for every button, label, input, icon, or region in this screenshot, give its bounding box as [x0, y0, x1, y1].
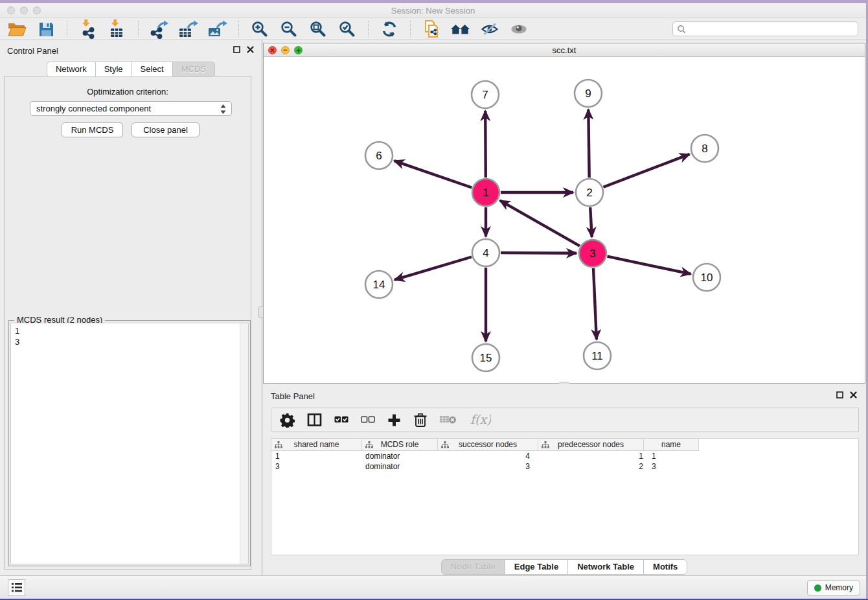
graph-node-3[interactable]: 3	[579, 240, 606, 267]
zoom-out-icon[interactable]	[279, 19, 299, 39]
result-scrollbar[interactable]	[240, 323, 248, 564]
split-table-icon[interactable]	[307, 411, 322, 429]
application-window: Session: New Session	[0, 3, 866, 599]
run-mcds-button[interactable]: Run MCDS	[62, 122, 123, 137]
graph-node-15[interactable]: 15	[472, 344, 499, 371]
edge-2-3[interactable]	[590, 207, 592, 237]
edge-1-6[interactable]	[394, 161, 472, 187]
deselect-all-rows-icon[interactable]	[361, 411, 375, 429]
zoom-in-icon[interactable]	[249, 19, 270, 39]
hide-selected-icon[interactable]	[479, 19, 500, 39]
memory-label: Memory	[825, 583, 853, 592]
table-row[interactable]: 3dominator323	[271, 461, 858, 472]
graph-node-11[interactable]: 11	[584, 342, 611, 369]
edge-2-8[interactable]	[604, 154, 690, 187]
zoom-selected-icon[interactable]	[337, 19, 358, 39]
column-header-successor-nodes[interactable]: successor nodes	[438, 439, 538, 451]
window-titlebar[interactable]: Session: New Session	[0, 3, 866, 18]
select-all-rows-icon[interactable]	[334, 411, 348, 429]
control-panel: Control Panel NetworkStyleSelectMCDS Opt…	[0, 40, 262, 575]
search-input[interactable]	[686, 23, 858, 35]
tab-node-table[interactable]: Node Table	[441, 559, 505, 575]
dropdown-stepper-icon	[220, 104, 227, 115]
tab-network-table[interactable]: Network Table	[567, 559, 644, 575]
delete-table-icon[interactable]	[440, 411, 457, 429]
mcds-result-textarea[interactable]: 13	[10, 323, 249, 564]
tab-style[interactable]: Style	[95, 62, 132, 77]
mcds-result-group: MCDS result (2 nodes) 13	[8, 320, 251, 566]
criterion-dropdown[interactable]: strongly connected component	[30, 101, 232, 116]
graph-node-1[interactable]: 1	[472, 179, 499, 206]
first-neighbors-icon[interactable]	[450, 19, 471, 39]
network-window-titlebar[interactable]: scc.txt	[264, 43, 865, 57]
tab-edge-table[interactable]: Edge Table	[505, 559, 568, 575]
show-all-icon[interactable]	[508, 19, 529, 39]
table-header-row: shared name MCDS role successor nodes pr…	[271, 439, 858, 451]
graph-node-10[interactable]: 10	[693, 264, 720, 291]
save-session-icon[interactable]	[36, 19, 56, 39]
column-header-predecessor-nodes[interactable]: predecessor nodes	[538, 439, 644, 451]
close-table-panel-icon[interactable]	[850, 391, 857, 398]
table-cell: 1	[646, 451, 702, 461]
table-cell: dominator	[363, 451, 439, 461]
edge-3-1[interactable]	[500, 200, 580, 246]
table-panel-title: Table Panel	[271, 391, 315, 401]
tab-select[interactable]: Select	[131, 62, 173, 77]
column-label: predecessor nodes	[558, 440, 624, 449]
import-network-from-file-icon[interactable]	[78, 19, 98, 39]
edge-4-14[interactable]	[394, 257, 472, 280]
column-header-name[interactable]: name	[644, 439, 699, 451]
close-panel-icon[interactable]	[247, 46, 254, 53]
memory-status-icon	[814, 584, 821, 592]
network-view-window[interactable]: scc.txt 7 9 6 8 1 2 4 3 14 10 15	[263, 43, 865, 384]
graph-node-8[interactable]: 8	[691, 135, 718, 162]
edge-2-9[interactable]	[588, 110, 589, 178]
tab-motifs[interactable]: Motifs	[643, 559, 687, 575]
float-table-panel-icon[interactable]	[836, 391, 843, 398]
table-cell: dominator	[363, 461, 439, 472]
function-builder-icon[interactable]: f(x)	[469, 411, 491, 429]
copy-network-document-icon[interactable]	[421, 19, 442, 39]
column-header-shared-name[interactable]: shared name	[271, 439, 362, 451]
svg-text:15: 15	[480, 352, 492, 364]
zoom-fit-content-icon[interactable]	[308, 19, 328, 39]
toolbar-separator	[138, 21, 139, 38]
open-file-icon[interactable]	[6, 19, 27, 39]
graph-node-6[interactable]: 6	[365, 142, 393, 169]
result-line: 1	[15, 325, 248, 336]
close-panel-button[interactable]: Close panel	[131, 122, 200, 137]
network-canvas[interactable]: 7 9 6 8 1 2 4 3 14 10 15 11	[264, 57, 865, 383]
graph-node-14[interactable]: 14	[365, 271, 393, 298]
edge-4-3[interactable]	[501, 253, 577, 253]
delete-column-icon[interactable]	[413, 411, 428, 429]
column-label: MCDS role	[381, 440, 419, 449]
task-history-button[interactable]	[8, 579, 25, 596]
export-network-icon[interactable]	[149, 19, 170, 39]
table-settings-icon[interactable]	[280, 411, 295, 429]
float-panel-icon[interactable]	[233, 46, 240, 53]
import-table-from-file-icon[interactable]	[107, 19, 128, 39]
graph-node-4[interactable]: 4	[472, 239, 499, 266]
search-box[interactable]	[672, 21, 858, 36]
edge-3-10[interactable]	[608, 257, 691, 274]
graph-node-7[interactable]: 7	[472, 81, 499, 108]
memory-button[interactable]: Memory	[807, 580, 860, 595]
tab-mcds[interactable]: MCDS	[172, 62, 215, 77]
node-table[interactable]: shared name MCDS role successor nodes pr…	[271, 438, 859, 555]
refresh-icon[interactable]	[379, 19, 400, 39]
svg-text:11: 11	[591, 350, 603, 362]
table-row[interactable]: 1dominator411	[271, 451, 858, 461]
network-graph[interactable]: 7 9 6 8 1 2 4 3 14 10 15 11	[264, 57, 865, 383]
graph-node-2[interactable]: 2	[576, 179, 603, 206]
svg-text:3: 3	[589, 248, 595, 260]
column-header-MCDS-role[interactable]: MCDS role	[362, 439, 438, 451]
export-image-icon[interactable]	[207, 19, 228, 39]
edge-3-11[interactable]	[593, 268, 597, 340]
add-column-icon[interactable]	[387, 411, 401, 429]
edge-1-7[interactable]	[485, 111, 486, 178]
main-toolbar	[0, 18, 866, 40]
table-cell: 3	[439, 461, 540, 472]
tab-network[interactable]: Network	[47, 62, 96, 77]
graph-node-9[interactable]: 9	[575, 80, 602, 107]
export-table-icon[interactable]	[178, 19, 199, 39]
